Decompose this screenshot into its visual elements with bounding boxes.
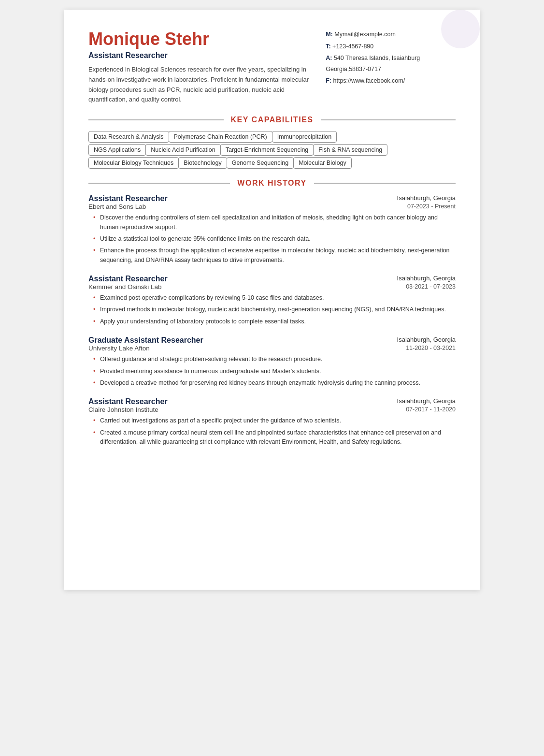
work-header-3: Assistant Researcher Isaiahburgh, Georgi… bbox=[88, 397, 456, 406]
address-label: A: bbox=[326, 55, 332, 61]
work-entry-3: Assistant Researcher Isaiahburgh, Georgi… bbox=[88, 397, 456, 447]
email-value: Mymail@example.com bbox=[334, 31, 396, 38]
cap-tag: Nucleic Acid Purification bbox=[145, 144, 220, 156]
candidate-summary: Experienced in Biological Sciences resea… bbox=[88, 65, 309, 105]
bullet: Provided mentoring assistance to numerou… bbox=[93, 367, 456, 376]
work-location-2: Isaiahburgh, Georgia bbox=[397, 336, 456, 343]
work-title-1: Assistant Researcher bbox=[88, 275, 168, 283]
work-entry-2: Graduate Assistant Researcher Isaiahburg… bbox=[88, 336, 456, 388]
work-header-0: Assistant Researcher Isaiahburgh, Georgi… bbox=[88, 194, 456, 203]
address-value: 540 Theresa Islands, Isaiahburg Georgia,… bbox=[326, 55, 420, 73]
work-company-2: University Lake Afton bbox=[88, 345, 150, 352]
cap-tag: Target-Enrichment Sequencing bbox=[220, 144, 314, 156]
bullet: Apply your understanding of laboratory p… bbox=[93, 317, 456, 326]
work-location-1: Isaiahburgh, Georgia bbox=[397, 275, 456, 282]
work-dates-1: 03-2021 - 07-2023 bbox=[406, 283, 456, 293]
candidate-name: Monique Stehr bbox=[88, 29, 309, 49]
work-dates-0: 07-2023 - Present bbox=[407, 203, 456, 213]
work-company-3: Claire Johnston Institute bbox=[88, 406, 158, 413]
cap-row-2: NGS Applications Nucleic Acid Purificati… bbox=[88, 144, 456, 155]
work-title-3: Assistant Researcher bbox=[88, 397, 168, 406]
cap-tag: Fish & RNA sequencing bbox=[313, 144, 387, 156]
work-title-0: Assistant Researcher bbox=[88, 194, 168, 203]
phone-value: +123-4567-890 bbox=[332, 43, 373, 50]
work-subheader-1: Kemmer and Osinski Lab 03-2021 - 07-2023 bbox=[88, 283, 456, 293]
work-history-title: WORK HISTORY bbox=[230, 179, 314, 188]
work-subheader-3: Claire Johnston Institute 07-2017 - 11-2… bbox=[88, 406, 456, 416]
bullet: Offered guidance and strategic problem-s… bbox=[93, 355, 456, 364]
phone-label: T: bbox=[326, 43, 330, 50]
work-dates-3: 07-2017 - 11-2020 bbox=[406, 406, 456, 416]
bullet: Discover the enduring controllers of ste… bbox=[93, 213, 456, 232]
cap-tag: Polymerase Chain Reaction (PCR) bbox=[169, 131, 272, 143]
contact-info: M: Mymail@example.com T: +123-4567-890 A… bbox=[316, 29, 456, 105]
header-section: Monique Stehr Assistant Researcher Exper… bbox=[88, 29, 456, 105]
cap-tag: NGS Applications bbox=[88, 144, 146, 156]
work-bullets-0: Discover the enduring controllers of ste… bbox=[88, 213, 456, 265]
work-header-1: Assistant Researcher Isaiahburgh, Georgi… bbox=[88, 275, 456, 283]
work-location-3: Isaiahburgh, Georgia bbox=[397, 397, 456, 405]
contact-email: M: Mymail@example.com bbox=[326, 29, 456, 40]
capabilities-list: Data Research & Analysis Polymerase Chai… bbox=[88, 131, 456, 168]
work-subheader-2: University Lake Afton 11-2020 - 03-2021 bbox=[88, 345, 456, 355]
cap-row-3: Molecular Biology Techniques Biotechnolo… bbox=[88, 157, 456, 168]
cap-row-1: Data Research & Analysis Polymerase Chai… bbox=[88, 131, 456, 142]
cap-tag: Genome Sequencing bbox=[227, 157, 294, 169]
cap-tag: Molecular Biology Techniques bbox=[88, 157, 179, 169]
facebook-label: F: bbox=[326, 77, 331, 84]
cap-tag: Data Research & Analysis bbox=[88, 131, 169, 143]
bullet: Utilize a statistical tool to generate 9… bbox=[93, 234, 456, 244]
work-history-section-header: WORK HISTORY bbox=[88, 179, 456, 188]
section-line-right bbox=[314, 183, 456, 184]
bullet: Carried out investigations as part of a … bbox=[93, 416, 456, 425]
bullet: Developed a creative method for preservi… bbox=[93, 378, 456, 388]
work-location-0: Isaiahburgh, Georgia bbox=[397, 194, 456, 202]
work-entry-0: Assistant Researcher Isaiahburgh, Georgi… bbox=[88, 194, 456, 265]
work-entry-1: Assistant Researcher Isaiahburgh, Georgi… bbox=[88, 275, 456, 326]
work-bullets-2: Offered guidance and strategic problem-s… bbox=[88, 355, 456, 388]
capabilities-section-header: KEY CAPABILITIES bbox=[88, 116, 456, 124]
work-subheader-0: Ebert and Sons Lab 07-2023 - Present bbox=[88, 203, 456, 213]
section-line-left bbox=[88, 183, 230, 184]
email-label: M: bbox=[326, 31, 333, 38]
work-bullets-1: Examined post-operative complications by… bbox=[88, 293, 456, 326]
cap-tag: Molecular Biology bbox=[293, 157, 352, 169]
work-company-1: Kemmer and Osinski Lab bbox=[88, 283, 162, 291]
capabilities-title: KEY CAPABILITIES bbox=[224, 116, 321, 124]
work-title-2: Graduate Assistant Researcher bbox=[88, 336, 203, 345]
header-left: Monique Stehr Assistant Researcher Exper… bbox=[88, 29, 309, 105]
work-bullets-3: Carried out investigations as part of a … bbox=[88, 416, 456, 447]
work-company-0: Ebert and Sons Lab bbox=[88, 203, 146, 210]
bullet: Improved methods in molecular biology, n… bbox=[93, 305, 456, 314]
bullet: Examined post-operative complications by… bbox=[93, 293, 456, 303]
decorative-circle bbox=[441, 10, 480, 48]
bullet: Enhance the process through the applicat… bbox=[93, 246, 456, 265]
facebook-value: https://www.facebook.com/ bbox=[333, 77, 405, 84]
work-header-2: Graduate Assistant Researcher Isaiahburg… bbox=[88, 336, 456, 345]
cap-tag: Biotechnology bbox=[178, 157, 227, 169]
contact-phone: T: +123-4567-890 bbox=[326, 41, 456, 52]
contact-facebook: F: https://www.facebook.com/ bbox=[326, 75, 456, 87]
resume-document: Monique Stehr Assistant Researcher Exper… bbox=[64, 10, 480, 590]
candidate-title: Assistant Researcher bbox=[88, 51, 309, 60]
bullet: Created a mouse primary cortical neural … bbox=[93, 428, 456, 447]
work-dates-2: 11-2020 - 03-2021 bbox=[406, 345, 456, 355]
section-line-right bbox=[321, 119, 456, 120]
contact-address: A: 540 Theresa Islands, Isaiahburg Georg… bbox=[326, 53, 456, 74]
section-line-left bbox=[88, 119, 224, 120]
cap-tag: Immunoprecipitation bbox=[272, 131, 337, 143]
